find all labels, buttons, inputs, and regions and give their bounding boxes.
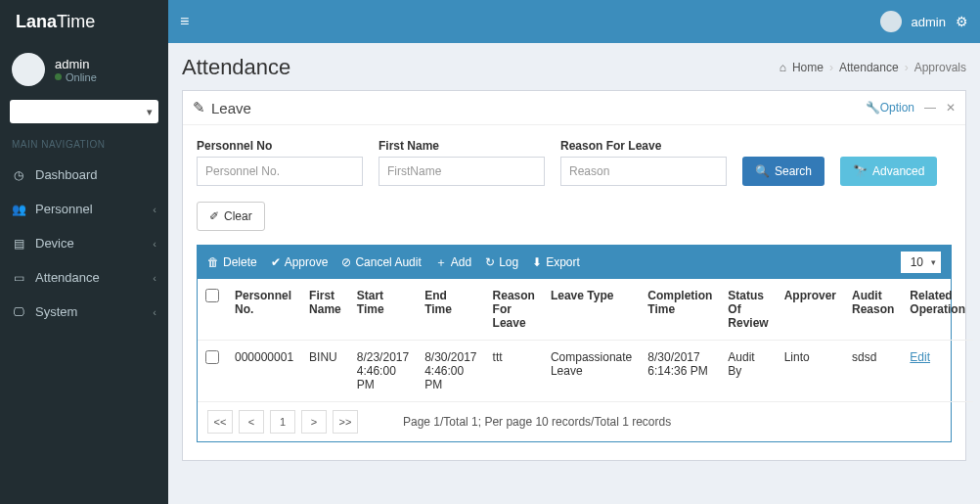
leave-table: Personnel No. First Name Start Time End …	[198, 279, 973, 402]
sidebar-item-device[interactable]: ▤Device ‹	[0, 226, 168, 260]
cell-approver: Linto	[777, 341, 844, 402]
table-row: 000000001 BINU 8/23/2017 4:46:00 PM 8/30…	[198, 341, 973, 402]
col-start: Start Time	[349, 279, 417, 341]
cell-fname: BINU	[301, 341, 349, 402]
label-first-name: First Name	[379, 139, 545, 153]
delete-action[interactable]: 🗑Delete	[207, 254, 257, 271]
edit-link[interactable]: Edit	[910, 350, 930, 364]
select-all-checkbox[interactable]	[205, 289, 219, 302]
search-button[interactable]: 🔍Search	[742, 157, 824, 186]
avatar	[12, 53, 45, 86]
hamburger-icon[interactable]: ≡	[180, 13, 189, 30]
breadcrumb: ⌂ Home › Attendance › Approvals	[780, 61, 966, 74]
advanced-button[interactable]: 🔭Advanced	[840, 157, 937, 186]
col-pno: Personnel No.	[227, 279, 301, 341]
col-op: Related Operation	[902, 279, 973, 341]
approve-action[interactable]: ✔Approve	[271, 254, 329, 271]
topbar-user[interactable]: admin ⚙	[880, 11, 968, 32]
brand: LanaTime	[0, 0, 168, 43]
export-action[interactable]: ⬇Export	[532, 254, 580, 271]
cell-audit: sdsd	[844, 341, 902, 402]
option-link[interactable]: 🔧Option	[866, 101, 914, 115]
gears-icon[interactable]: ⚙	[956, 14, 968, 29]
sidebar-item-personnel[interactable]: 👥Personnel ‹	[0, 192, 168, 226]
col-end: End Time	[417, 279, 484, 341]
clear-button[interactable]: ✐Clear	[197, 202, 265, 231]
cell-end: 8/30/2017 4:46:00 PM	[417, 341, 484, 402]
chevron-down-icon: ▾	[147, 106, 153, 118]
pager-first[interactable]: <<	[207, 410, 233, 434]
leave-panel: ✎ Leave 🔧Option — ✕ Personnel No First	[182, 90, 966, 461]
sidebar-select[interactable]: ▾	[10, 100, 158, 123]
personnel-no-input[interactable]	[197, 157, 363, 186]
add-action[interactable]: ＋Add	[435, 254, 471, 271]
wrench-icon: 🔧	[866, 101, 880, 115]
cell-reason: ttt	[485, 341, 543, 402]
panel-title: ✎ Leave	[193, 99, 251, 116]
avatar	[880, 11, 902, 32]
col-fname: First Name	[301, 279, 349, 341]
download-icon: ⬇	[532, 255, 542, 269]
binoculars-icon: 🔭	[853, 164, 868, 178]
topbar-username: admin	[912, 15, 946, 29]
sidebar-item-system[interactable]: 🖵System ‹	[0, 295, 168, 329]
sidebar-item-attendance[interactable]: ▭Attendance ‹	[0, 260, 168, 295]
log-action[interactable]: ↻Log	[485, 254, 518, 271]
pager-page[interactable]: 1	[270, 410, 295, 434]
pager-last[interactable]: >>	[333, 410, 358, 434]
col-audit: Audit Reason	[844, 279, 902, 341]
close-icon[interactable]: ✕	[946, 101, 956, 115]
topbar-right: ≡ admin ⚙	[168, 0, 980, 43]
reason-input[interactable]	[560, 157, 727, 186]
cell-comp: 8/30/2017 6:14:36 PM	[640, 341, 720, 402]
pager-next[interactable]: >	[301, 410, 327, 434]
device-icon: ▤	[12, 237, 25, 251]
content-area: Attendance ⌂ Home › Attendance › Approva…	[168, 43, 980, 504]
system-icon: 🖵	[12, 305, 25, 319]
breadcrumb-home[interactable]: Home	[792, 61, 824, 74]
plus-icon: ＋	[435, 254, 447, 271]
chevron-down-icon: ▾	[931, 257, 936, 267]
row-checkbox[interactable]	[205, 350, 219, 364]
col-approver: Approver	[777, 279, 844, 341]
search-icon: 🔍	[755, 164, 770, 178]
breadcrumb-last: Approvals	[914, 61, 966, 74]
edit-icon: ✎	[193, 99, 205, 116]
eraser-icon: ✐	[209, 209, 219, 223]
collapse-icon[interactable]: —	[924, 101, 936, 115]
dashboard-icon: ◷	[12, 168, 25, 182]
online-dot-icon	[55, 73, 62, 80]
perpage-select[interactable]: 10▾	[901, 252, 941, 273]
trash-icon: 🗑	[207, 255, 219, 269]
chevron-left-icon: ‹	[153, 306, 156, 318]
clock-icon: ↻	[485, 255, 495, 269]
cell-status: Audit By	[720, 341, 776, 402]
sidebar-userbox: admin Online	[0, 43, 168, 96]
chevron-left-icon: ‹	[153, 204, 156, 215]
pager: << < 1 > >> Page 1/Total 1; Per page 10 …	[198, 402, 951, 441]
check-icon: ✔	[271, 255, 281, 269]
brand-light: Time	[57, 12, 95, 32]
cell-pno: 000000001	[227, 341, 301, 402]
brand-bold: Lana	[16, 12, 57, 32]
attendance-icon: ▭	[12, 271, 25, 285]
table-wrap: 🗑Delete ✔Approve ⊘Cancel Audit ＋Add ↻Log…	[197, 245, 952, 442]
sidebar: admin Online ▾ MAIN NAVIGATION ◷Dashboar…	[0, 43, 168, 504]
chevron-left-icon: ‹	[153, 238, 156, 250]
first-name-input[interactable]	[379, 157, 545, 186]
sidebar-status: Online	[55, 71, 97, 83]
cancel-audit-action[interactable]: ⊘Cancel Audit	[341, 254, 421, 271]
col-comp: Completion Time	[640, 279, 720, 341]
label-personnel-no: Personnel No	[197, 139, 363, 153]
breadcrumb-mid[interactable]: Attendance	[839, 61, 899, 74]
sidebar-item-dashboard[interactable]: ◷Dashboard	[0, 158, 168, 192]
home-icon: ⌂	[780, 61, 786, 74]
ban-icon: ⊘	[341, 255, 351, 269]
sidebar-username: admin	[55, 57, 97, 71]
col-reason: Reason For Leave	[485, 279, 543, 341]
label-reason: Reason For Leave	[560, 139, 727, 153]
pager-prev[interactable]: <	[239, 410, 264, 434]
cell-start: 8/23/2017 4:46:00 PM	[349, 341, 417, 402]
page-title: Attendance	[182, 55, 290, 80]
cell-type: Compassionate Leave	[543, 341, 640, 402]
